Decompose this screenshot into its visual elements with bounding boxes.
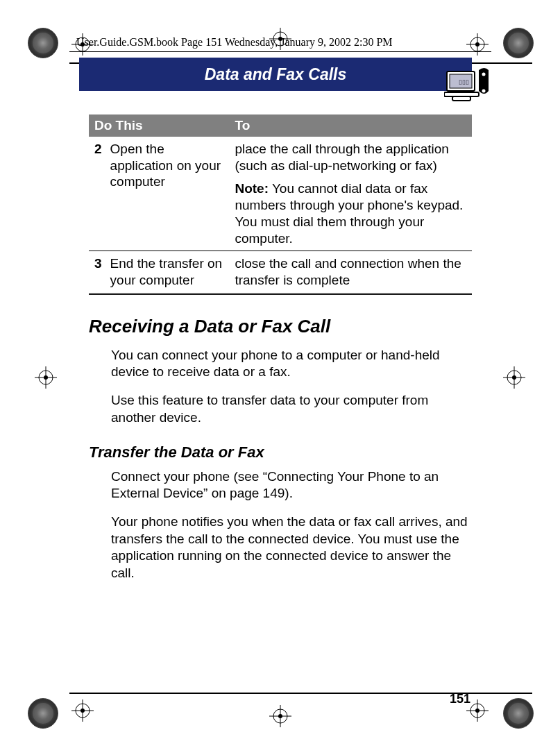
registration-mark-icon bbox=[35, 366, 57, 389]
step-note: Note: You cannot dial data or fax number… bbox=[235, 180, 466, 246]
paragraph: Use this feature to transfer data to you… bbox=[89, 392, 472, 426]
step-number: 3 bbox=[89, 251, 105, 294]
table-header-to: To bbox=[229, 114, 472, 137]
heading-receiving: Receiving a Data or Fax Call bbox=[89, 316, 472, 337]
paragraph: You can connect your phone to a computer… bbox=[89, 347, 472, 381]
svg-point-8 bbox=[482, 73, 486, 76]
paragraph: Connect your phone (see “Connecting Your… bbox=[89, 468, 472, 502]
section-title-banner: Data and Fax Calls bbox=[79, 58, 472, 91]
note-label: Note: bbox=[235, 181, 269, 196]
page-header-line: User.Guide.GSM.book Page 151 Wednesday, … bbox=[69, 28, 491, 52]
page-number: 151 bbox=[450, 692, 470, 706]
step-number: 2 bbox=[89, 137, 105, 251]
decor-disc-bottom-left-icon bbox=[28, 698, 58, 729]
content-body: Do This To 2 Open the application on you… bbox=[69, 95, 491, 582]
decor-disc-top-right-icon bbox=[503, 28, 534, 58]
svg-point-9 bbox=[482, 90, 486, 93]
svg-rect-7 bbox=[452, 96, 470, 101]
computer-phone-icon: ▯▯▯ bbox=[444, 65, 494, 103]
document-page: User.Guide.GSM.book Page 151 Wednesday, … bbox=[69, 28, 491, 722]
decor-disc-bottom-right-icon bbox=[503, 698, 534, 729]
table-header-do-this: Do This bbox=[89, 114, 229, 137]
registration-mark-icon bbox=[503, 366, 525, 389]
subheading-transfer: Transfer the Data or Fax bbox=[89, 443, 472, 461]
step-action: End the transfer on your computer bbox=[105, 251, 230, 294]
decor-disc-top-left-icon bbox=[28, 28, 58, 58]
table-row: 3 End the transfer on your computer clos… bbox=[89, 251, 472, 294]
step-result-main: place the call through the application (… bbox=[235, 141, 466, 174]
step-result-main: close the call and connection when the t… bbox=[229, 251, 472, 294]
step-result: place the call through the application (… bbox=[229, 137, 472, 251]
section-banner-wrap: Data and Fax Calls ▯▯▯ bbox=[69, 55, 491, 95]
instruction-table: Do This To 2 Open the application on you… bbox=[89, 114, 472, 295]
paragraph: Your phone notifies you when the data or… bbox=[89, 514, 472, 582]
step-action: Open the application on your computer bbox=[105, 137, 230, 251]
svg-text:▯▯▯: ▯▯▯ bbox=[459, 78, 469, 85]
note-text: You cannot dial data or fax numbers thro… bbox=[235, 181, 463, 245]
table-row: 2 Open the application on your computer … bbox=[89, 137, 472, 251]
